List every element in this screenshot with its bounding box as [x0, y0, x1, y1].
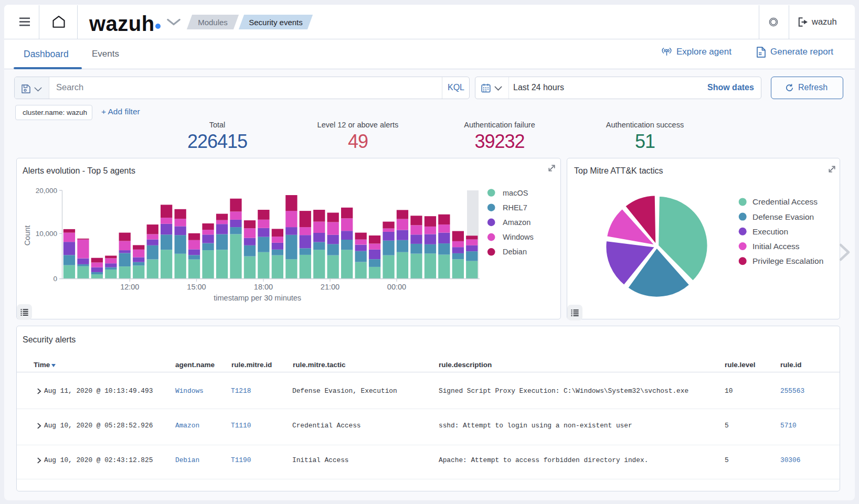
svg-text:Windows: Windows [503, 233, 534, 241]
svg-text:18:00: 18:00 [254, 283, 273, 291]
svg-text:10,000: 10,000 [36, 230, 57, 238]
svg-text:Amazon: Amazon [503, 218, 531, 227]
svg-text:timestamp per 30 minutes: timestamp per 30 minutes [214, 294, 301, 302]
svg-text:0: 0 [53, 275, 57, 283]
svg-text:Privilege Escalation: Privilege Escalation [752, 256, 823, 265]
svg-text:Credential Access: Credential Access [752, 197, 818, 206]
svg-text:Initial Access: Initial Access [752, 242, 800, 251]
svg-text:macOS: macOS [503, 189, 528, 197]
svg-text:00:00: 00:00 [387, 283, 406, 291]
svg-text:21:00: 21:00 [321, 283, 340, 291]
svg-text:RHEL7: RHEL7 [503, 203, 527, 212]
svg-text:Defense Evasion: Defense Evasion [752, 212, 814, 221]
svg-text:Execution: Execution [752, 227, 788, 236]
svg-text:20,000: 20,000 [36, 187, 57, 195]
svg-text:Count: Count [23, 226, 31, 246]
svg-text:12:00: 12:00 [120, 283, 139, 291]
svg-text:15:00: 15:00 [187, 283, 206, 291]
svg-text:Debian: Debian [503, 248, 527, 256]
